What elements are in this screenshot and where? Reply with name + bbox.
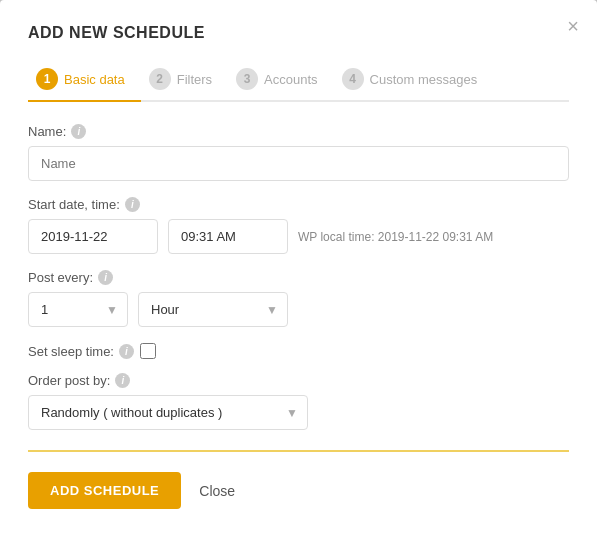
name-input[interactable] (28, 146, 569, 181)
tab-accounts[interactable]: 3 Accounts (228, 60, 333, 100)
modal-container: × ADD NEW SCHEDULE 1 Basic data 2 Filter… (0, 0, 597, 533)
modal-title: ADD NEW SCHEDULE (28, 24, 569, 42)
tab-num-3: 3 (236, 68, 258, 90)
tab-num-2: 2 (149, 68, 171, 90)
post-every-label: Post every: i (28, 270, 569, 285)
post-every-interval-select[interactable]: Minute Hour Day Week (138, 292, 288, 327)
sleep-time-checkbox[interactable] (140, 343, 156, 359)
order-info-icon: i (115, 373, 130, 388)
post-every-number-wrap: 1 2 3 5 10 ▼ (28, 292, 128, 327)
tab-label-4: Custom messages (370, 72, 478, 87)
tab-num-4: 4 (342, 68, 364, 90)
name-label: Name: i (28, 124, 569, 139)
add-schedule-button[interactable]: ADD SCHEDULE (28, 472, 181, 509)
tab-label-1: Basic data (64, 72, 125, 87)
close-button[interactable]: Close (199, 483, 235, 499)
sleep-time-group: Set sleep time: i (28, 343, 569, 359)
sleep-info-icon: i (119, 344, 134, 359)
divider (28, 450, 569, 452)
post-every-group: Post every: i 1 2 3 5 10 ▼ Minute Hour D… (28, 270, 569, 327)
name-group: Name: i (28, 124, 569, 181)
footer-actions: ADD SCHEDULE Close (28, 472, 569, 509)
datetime-row: WP local time: 2019-11-22 09:31 AM (28, 219, 569, 254)
date-input[interactable] (28, 219, 158, 254)
tabs-container: 1 Basic data 2 Filters 3 Accounts 4 Cust… (28, 60, 569, 102)
sleep-time-label: Set sleep time: i (28, 344, 134, 359)
tab-basic-data[interactable]: 1 Basic data (28, 60, 141, 102)
datetime-info-icon: i (125, 197, 140, 212)
order-post-label: Order post by: i (28, 373, 569, 388)
name-info-icon: i (71, 124, 86, 139)
post-every-row: 1 2 3 5 10 ▼ Minute Hour Day Week ▼ (28, 292, 569, 327)
order-post-select-wrap: Randomly ( without duplicates ) Newest f… (28, 395, 308, 430)
tab-custom-messages[interactable]: 4 Custom messages (334, 60, 494, 100)
time-input[interactable] (168, 219, 288, 254)
post-every-info-icon: i (98, 270, 113, 285)
post-every-number-select[interactable]: 1 2 3 5 10 (28, 292, 128, 327)
post-every-interval-wrap: Minute Hour Day Week ▼ (138, 292, 288, 327)
tab-label-3: Accounts (264, 72, 317, 87)
start-datetime-group: Start date, time: i WP local time: 2019-… (28, 197, 569, 254)
tab-filters[interactable]: 2 Filters (141, 60, 228, 100)
wp-local-time: WP local time: 2019-11-22 09:31 AM (298, 230, 493, 244)
close-icon[interactable]: × (567, 16, 579, 36)
start-datetime-label: Start date, time: i (28, 197, 569, 212)
tab-label-2: Filters (177, 72, 212, 87)
order-post-group: Order post by: i Randomly ( without dupl… (28, 373, 569, 430)
order-post-select[interactable]: Randomly ( without duplicates ) Newest f… (28, 395, 308, 430)
tab-num-1: 1 (36, 68, 58, 90)
